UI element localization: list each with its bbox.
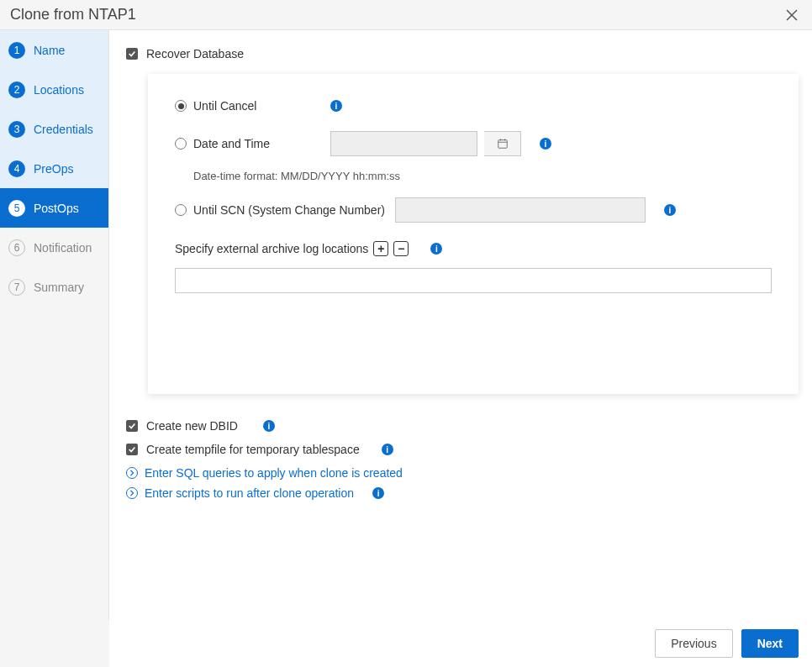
- until-cancel-radio[interactable]: [175, 100, 187, 112]
- date-time-radio[interactable]: [175, 138, 187, 150]
- sidebar-step-locations[interactable]: 2Locations: [0, 70, 108, 109]
- scripts-label: Enter scripts to run after clone operati…: [145, 486, 354, 500]
- scn-input[interactable]: [395, 197, 646, 223]
- step-number: 7: [8, 279, 25, 296]
- date-time-hint: Date-time format: MM/DD/YYYY hh:mm:ss: [193, 170, 772, 182]
- chevron-right-icon: [126, 487, 138, 499]
- info-icon[interactable]: i: [382, 444, 393, 455]
- archive-label: Specify external archive log locations: [175, 242, 368, 255]
- step-number: 1: [8, 42, 25, 59]
- svg-rect-0: [498, 140, 507, 149]
- archive-location-input[interactable]: [175, 268, 772, 293]
- sidebar-step-notification[interactable]: 6Notification: [0, 228, 108, 267]
- recover-database-checkbox[interactable]: [126, 48, 138, 60]
- step-number: 6: [8, 239, 25, 256]
- recover-database-label: Recover Database: [146, 47, 244, 60]
- step-label: Locations: [34, 83, 84, 97]
- until-cancel-label: Until Cancel: [193, 99, 324, 113]
- previous-button[interactable]: Previous: [655, 629, 732, 658]
- step-number: 5: [8, 200, 25, 217]
- info-icon[interactable]: i: [430, 243, 442, 255]
- titlebar: Clone from NTAP1: [0, 0, 812, 29]
- info-icon[interactable]: i: [263, 420, 275, 432]
- step-label: PreOps: [34, 162, 73, 176]
- sql-queries-label: Enter SQL queries to apply when clone is…: [145, 466, 403, 480]
- calendar-icon[interactable]: [484, 131, 521, 156]
- info-icon[interactable]: i: [664, 204, 676, 216]
- step-number: 3: [8, 121, 25, 138]
- sql-queries-link[interactable]: Enter SQL queries to apply when clone is…: [126, 466, 799, 480]
- date-time-input[interactable]: [330, 131, 477, 156]
- sidebar-step-postops[interactable]: 5PostOps: [0, 188, 108, 228]
- step-label: Notification: [34, 241, 92, 255]
- close-icon[interactable]: [783, 7, 800, 24]
- sidebar-step-summary[interactable]: 7Summary: [0, 267, 108, 307]
- info-icon[interactable]: i: [330, 100, 342, 112]
- main-panel: Recover Database Until Cancel i Date and…: [109, 30, 812, 620]
- recover-options-panel: Until Cancel i Date and Time i Date-time…: [148, 74, 799, 394]
- sidebar-step-name[interactable]: 1Name: [0, 30, 108, 70]
- sidebar-step-preops[interactable]: 4PreOps: [0, 149, 108, 188]
- info-icon[interactable]: i: [540, 138, 551, 150]
- info-icon[interactable]: i: [372, 487, 384, 499]
- remove-icon[interactable]: −: [393, 241, 409, 256]
- wizard-sidebar: 1Name2Locations3Credentials4PreOps5PostO…: [0, 30, 109, 620]
- step-number: 2: [8, 81, 25, 98]
- step-label: Summary: [34, 281, 84, 294]
- chevron-right-icon: [126, 467, 138, 479]
- footer: Previous Next: [109, 620, 812, 667]
- create-dbid-label: Create new DBID: [146, 419, 238, 433]
- next-button[interactable]: Next: [741, 629, 799, 658]
- step-label: Credentials: [34, 123, 93, 136]
- dialog-title: Clone from NTAP1: [10, 6, 783, 24]
- until-scn-radio[interactable]: [175, 204, 187, 216]
- step-label: PostOps: [34, 202, 79, 215]
- until-scn-label: Until SCN (System Change Number): [193, 203, 385, 217]
- sidebar-step-credentials[interactable]: 3Credentials: [0, 109, 108, 149]
- scripts-link[interactable]: Enter scripts to run after clone operati…: [126, 486, 799, 500]
- date-time-label: Date and Time: [193, 137, 324, 150]
- create-tempfile-checkbox[interactable]: [126, 444, 138, 455]
- step-number: 4: [8, 160, 25, 177]
- create-tempfile-label: Create tempfile for temporary tablespace: [146, 443, 360, 456]
- create-dbid-checkbox[interactable]: [126, 420, 138, 432]
- step-label: Name: [34, 44, 65, 57]
- add-icon[interactable]: +: [373, 241, 388, 256]
